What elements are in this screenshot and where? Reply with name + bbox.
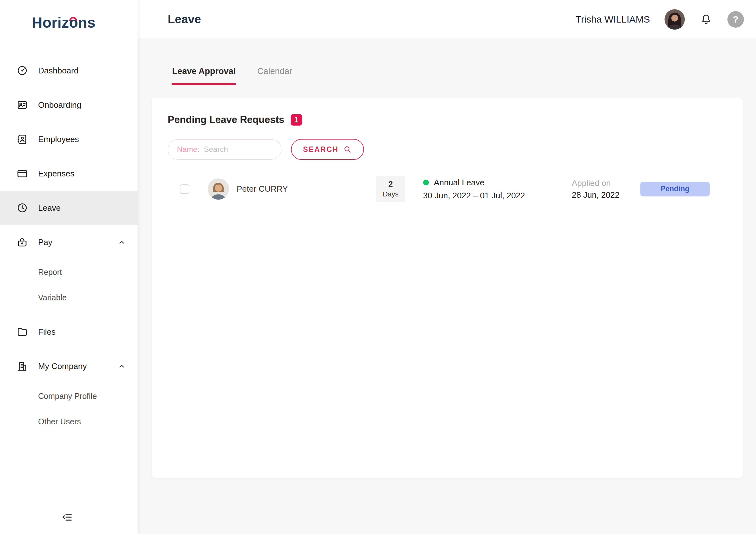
name-field-label: Name: — [177, 145, 200, 154]
sidebar-subitem-label: Company Profile — [38, 392, 97, 401]
leave-type-block: Annual Leave 30 Jun, 2022 – 01 Jul, 2022 — [423, 178, 560, 201]
brand-o: o — [69, 14, 78, 31]
sidebar-item-expenses[interactable]: Expenses — [0, 156, 138, 191]
tab-leave-approval[interactable]: Leave Approval — [172, 62, 236, 84]
sidebar-item-report[interactable]: Report — [0, 259, 138, 285]
sidebar-item-my-company[interactable]: My Company — [0, 349, 138, 383]
sidebar-item-label: My Company — [38, 361, 87, 371]
status-badge: Pending — [640, 182, 710, 196]
green-dot-icon — [423, 180, 429, 185]
company-subgroup: Company Profile Other Users — [0, 383, 138, 434]
search-input[interactable] — [203, 145, 272, 154]
sidebar-item-label: Onboarding — [38, 100, 81, 110]
sidebar-item-label: Employees — [38, 134, 79, 144]
days-unit-label: Days — [376, 190, 405, 198]
card-title: Pending Leave Requests — [168, 114, 284, 126]
sidebar-item-label: Leave — [38, 203, 61, 213]
brand-text-pre: Horiz — [32, 14, 69, 31]
brand-text-post: ns — [78, 14, 95, 31]
bell-icon — [699, 13, 713, 26]
applied-on-label: Applied on — [572, 178, 640, 188]
sidebar-item-label: Expenses — [38, 169, 74, 179]
page-title: Leave — [168, 13, 201, 26]
sidebar-item-leave[interactable]: Leave — [0, 191, 138, 225]
pending-leave-card: Pending Leave Requests 1 Name: SEARCH Pe… — [152, 98, 742, 478]
sidebar-item-pay[interactable]: Pay — [0, 225, 138, 259]
top-bar: Leave Trisha WILLIAMS ? — [138, 0, 756, 39]
collapse-sidebar-button[interactable] — [56, 509, 78, 526]
sidebar-subitem-label: Variable — [38, 293, 67, 302]
sidebar-item-variable[interactable]: Variable — [0, 285, 138, 310]
days-count: 2 — [376, 180, 405, 189]
tab-bar: Leave Approval Calendar — [172, 62, 723, 84]
brand-logo[interactable]: Horizons — [32, 14, 95, 31]
pending-count-badge: 1 — [291, 114, 302, 126]
pay-subgroup: Report Variable — [0, 259, 138, 310]
sidebar-nav: Dashboard Onboarding Employees Expenses — [0, 53, 138, 439]
user-avatar[interactable] — [664, 9, 685, 30]
sidebar-item-employees[interactable]: Employees — [0, 122, 138, 156]
search-icon — [343, 145, 352, 154]
name-search-field[interactable]: Name: — [168, 139, 282, 159]
search-row: Name: SEARCH — [168, 139, 727, 160]
tab-label: Calendar — [257, 67, 292, 76]
onboarding-icon — [16, 98, 29, 111]
help-icon: ? — [733, 14, 739, 25]
company-icon — [16, 360, 29, 373]
employee-avatar — [208, 178, 229, 200]
files-icon — [16, 325, 29, 338]
chevron-up-icon[interactable] — [117, 362, 126, 371]
sidebar-item-other-users[interactable]: Other Users — [0, 409, 138, 434]
notifications-button[interactable] — [699, 13, 713, 26]
sidebar: Horizons Dashboard Onboarding Employees — [0, 0, 138, 534]
search-button-label: SEARCH — [303, 145, 338, 154]
sidebar-item-onboarding[interactable]: Onboarding — [0, 88, 138, 122]
user-name: Trisha WILLIAMS — [576, 14, 650, 25]
collapse-sidebar-icon — [61, 511, 73, 523]
pay-icon — [16, 236, 29, 249]
employees-icon — [16, 133, 29, 146]
sidebar-subitem-label: Other Users — [38, 417, 81, 426]
search-button[interactable]: SEARCH — [291, 139, 364, 160]
expenses-icon — [16, 167, 29, 180]
sidebar-item-label: Dashboard — [38, 66, 78, 76]
applied-date: 28 Jun, 2022 — [572, 190, 640, 200]
leave-icon — [16, 202, 29, 214]
row-checkbox[interactable] — [180, 184, 189, 194]
dashboard-icon — [16, 64, 29, 77]
sidebar-item-files[interactable]: Files — [0, 315, 138, 349]
employee-name: Peter CURRY — [237, 184, 366, 194]
sidebar-item-dashboard[interactable]: Dashboard — [0, 53, 138, 88]
main-content: Leave Approval Calendar Pending Leave Re… — [138, 39, 756, 534]
tab-label: Leave Approval — [172, 67, 236, 76]
sidebar-item-label: Pay — [38, 238, 52, 247]
leave-request-row: Peter CURRY 2 Days Annual Leave 30 Jun, … — [168, 172, 727, 206]
card-header: Pending Leave Requests 1 — [168, 114, 727, 126]
help-button[interactable]: ? — [727, 11, 744, 28]
top-bar-right: Trisha WILLIAMS ? — [576, 9, 744, 30]
sidebar-subitem-label: Report — [38, 267, 62, 277]
applied-block: Applied on 28 Jun, 2022 — [572, 178, 640, 200]
sidebar-item-company-profile[interactable]: Company Profile — [0, 383, 138, 409]
leave-date-range: 30 Jun, 2022 – 01 Jul, 2022 — [423, 191, 560, 201]
days-box: 2 Days — [376, 176, 405, 202]
tab-calendar[interactable]: Calendar — [256, 62, 293, 84]
sidebar-item-label: Files — [38, 327, 56, 337]
leave-type: Annual Leave — [434, 178, 484, 187]
chevron-up-icon[interactable] — [117, 238, 126, 247]
